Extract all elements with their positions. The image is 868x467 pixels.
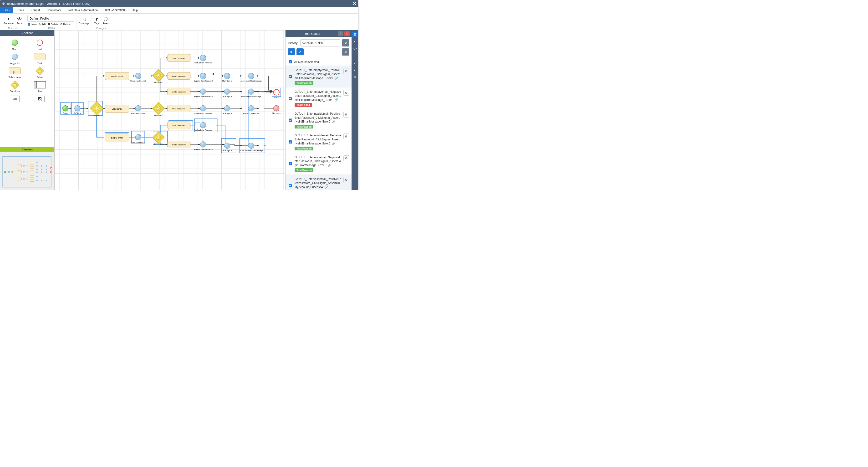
node-error[interactable] (272, 88, 281, 97)
node-assert-emailreq[interactable] (248, 143, 254, 149)
menu-file[interactable]: File▾ (0, 7, 13, 13)
testcases-info-button[interactable]: i (338, 31, 343, 36)
profile-reload-button[interactable]: ⟳Reload (60, 23, 71, 26)
profile-edit-button[interactable]: ✎Edit (39, 23, 46, 26)
all-paths-checkbox[interactable] (289, 60, 292, 63)
node-password-gw-3[interactable] (152, 131, 164, 143)
test-gear-button[interactable]: ⚙ (343, 155, 349, 161)
node-gotourl[interactable] (74, 105, 80, 111)
node-assert-invalid[interactable] (248, 73, 254, 79)
test-checkbox[interactable] (289, 134, 292, 150)
link-icon[interactable]: 🔗 (328, 163, 331, 167)
svg-text:Enter valid email: Enter valid email (131, 112, 145, 115)
link-icon[interactable]: 🔗 (324, 185, 328, 189)
rail-info-icon[interactable]: i (352, 53, 358, 58)
link-icon[interactable]: 🔗 (334, 76, 338, 80)
link-icon[interactable]: 🔗 (332, 142, 336, 145)
link-icon[interactable]: 🔗 (332, 120, 336, 123)
palette-table[interactable]: Table (28, 66, 52, 79)
palette-note[interactable]: NoteNote (3, 94, 27, 107)
window-close-icon[interactable]: ✕ (353, 1, 356, 6)
menu-testdata[interactable]: Test Data & Automation (65, 7, 101, 13)
palette-image[interactable]: 🖼 (28, 94, 52, 107)
svg-text:Enter empty email: Enter empty email (130, 141, 146, 143)
test-checkbox[interactable] (289, 156, 292, 172)
palette-subprocess[interactable]: Subprocess (3, 66, 27, 79)
tags-button[interactable]: Tags (94, 15, 99, 26)
palette-pool[interactable]: Pool (28, 80, 52, 93)
play-button[interactable]: ▶ (288, 49, 295, 55)
canvas[interactable]: Start GoToUrl Email Invalid email Valid … (55, 30, 285, 190)
node-pos-enter-pw-3[interactable] (200, 122, 206, 128)
profile-new-button[interactable]: 👤New (27, 23, 37, 26)
menu-testgen[interactable]: Test Generation (101, 7, 128, 13)
node-pos-enter-pw-2[interactable] (200, 105, 206, 111)
node-enter-valid-email[interactable] (135, 105, 141, 111)
node-neg-enter-pw-3[interactable] (200, 142, 206, 147)
node-click-signin-3[interactable] (224, 105, 230, 111)
svg-text:Negative Enter Password: Negative Enter Password (193, 149, 213, 150)
test-gear-button[interactable]: ⚙ (343, 68, 349, 74)
export-button[interactable]: ↗ (297, 49, 304, 55)
node-email-gateway[interactable] (90, 101, 103, 115)
test-gear-button[interactable]: ⚙ (343, 177, 349, 183)
test-gear-button[interactable]: ⚙ (343, 112, 349, 118)
node-click-signin-2[interactable] (224, 89, 230, 94)
generate-button[interactable]: ✈ Generate (4, 15, 13, 26)
node-enter-invalid-email[interactable] (135, 73, 141, 79)
node-start[interactable] (62, 105, 68, 111)
palette-condition[interactable]: Condition (3, 80, 27, 93)
palette-header[interactable]: ▾ Actions (0, 30, 54, 36)
node-enter-empty-email[interactable] (135, 134, 141, 140)
node-password-gw-2[interactable] (152, 102, 164, 115)
test-gear-button[interactable]: ⚙ (343, 90, 349, 96)
link-icon[interactable]: 🔗 (334, 98, 338, 101)
profile-delete-button[interactable]: ✖Delete (48, 23, 58, 26)
menu-format[interactable]: Format (27, 7, 43, 13)
node-pos-enter-pw-1[interactable] (200, 55, 206, 61)
coverage-button[interactable]: Coverage (79, 15, 89, 26)
palette-start[interactable]: Start (3, 38, 27, 51)
palette-end[interactable]: End (28, 38, 52, 51)
test-checkbox[interactable] (289, 91, 292, 106)
node-neg-enter-pw-2[interactable] (200, 89, 206, 94)
node-click-signin-4[interactable] (224, 143, 230, 149)
rail-eye-icon[interactable]: 👁 (352, 74, 358, 80)
rail-terminal-icon[interactable]: ≻_ (352, 39, 358, 44)
test-item[interactable]: GoToUrl_Entervalidemail_PositiveEnterPas… (285, 175, 351, 190)
node-neg-enter-pw-1[interactable] (200, 73, 206, 79)
palette-task[interactable]: Task (28, 52, 52, 65)
test-item[interactable]: GoToUrl_Entervalidemail_NegativeEnterPas… (285, 153, 351, 175)
node-assert-login[interactable] (248, 89, 254, 94)
list-settings-button[interactable]: ⚙ (342, 49, 349, 56)
node-click-signin-1[interactable] (224, 73, 230, 79)
node-assert-myaccount[interactable] (248, 105, 254, 111)
test-checkbox[interactable] (289, 69, 292, 84)
test-item[interactable]: GoToUrl_Enterinvalidemail_NegativeEnterP… (285, 131, 351, 153)
overview-minimap[interactable] (0, 152, 54, 190)
test-checkbox[interactable] (289, 113, 292, 128)
test-item[interactable]: GoToUrl_Enterinvalidemail_PositiveEnterP… (285, 110, 351, 131)
menu-connectors[interactable]: Connectors (43, 7, 64, 13)
test-gear-button[interactable]: ⚙ (343, 133, 349, 139)
rules-button[interactable]: Rules (103, 15, 109, 26)
test-checkbox[interactable] (289, 178, 292, 190)
test-item[interactable]: GoToUrl_Enteremptyemail_NegativeEnterPas… (285, 88, 351, 109)
tests-button[interactable]: 👁 Tests (17, 15, 22, 26)
test-item[interactable]: GoToUrl_Enteremptyemail_PositiveEnterPas… (285, 66, 351, 88)
rail-panel-icon[interactable]: ▦ (352, 32, 358, 37)
testcases-close-button[interactable]: ✕ (344, 31, 350, 36)
svg-point-32 (46, 180, 47, 181)
node-password-gw-1[interactable] (152, 69, 164, 82)
node-success[interactable] (274, 105, 279, 111)
menu-help[interactable]: Help (128, 7, 141, 13)
history-select[interactable]: 02/25 at 2:16PM (300, 39, 340, 46)
menu-home[interactable]: Home (13, 7, 27, 13)
history-settings-button[interactable]: ⚙ (342, 39, 349, 46)
svg-rect-12 (26, 178, 28, 180)
rail-check-icon[interactable]: ✓ (352, 60, 358, 66)
rail-arrow-icon[interactable]: ⇤ (352, 67, 358, 73)
rail-code-icon[interactable]: </> (352, 46, 358, 51)
profile-input[interactable] (27, 15, 74, 22)
palette-waypoint[interactable]: Waypoint (3, 52, 27, 65)
